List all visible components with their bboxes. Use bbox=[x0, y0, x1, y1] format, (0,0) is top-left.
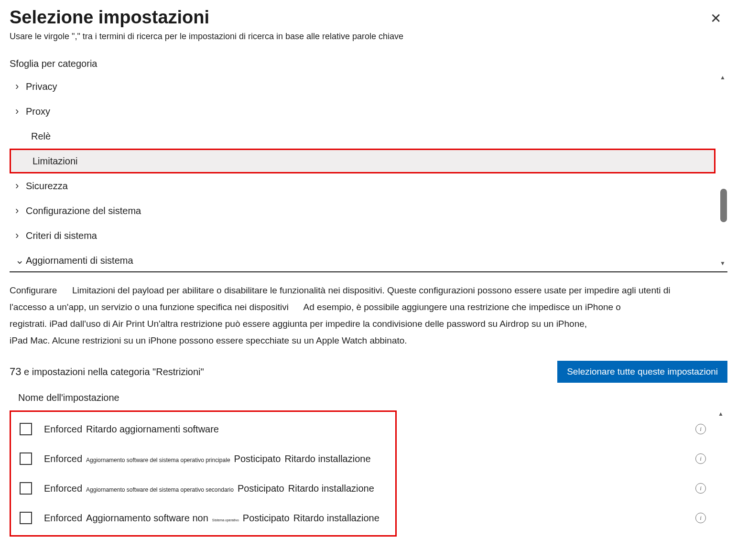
info-icon[interactable]: i bbox=[695, 424, 706, 434]
category-item-relè[interactable]: Relè bbox=[10, 124, 715, 149]
select-all-button[interactable]: Selezionare tutte queste impostazioni bbox=[557, 361, 727, 383]
setting-checkbox[interactable] bbox=[20, 423, 32, 435]
info-icon[interactable]: i bbox=[695, 513, 706, 523]
category-item-criteri-di-sistema[interactable]: ›Criteri di sistema bbox=[10, 223, 715, 248]
category-label: Sicurezza bbox=[26, 181, 68, 192]
settings-count: 73 e impostazioni nella categoria "Restr… bbox=[10, 366, 204, 378]
setting-row: EnforcedAggiornamento software del siste… bbox=[11, 444, 395, 474]
category-description: Configurare Limitazioni del payload per … bbox=[10, 282, 727, 349]
setting-label: EnforcedAggiornamento software del siste… bbox=[44, 483, 374, 494]
scroll-thumb[interactable] bbox=[720, 189, 727, 222]
chevron-right-icon: › bbox=[15, 105, 26, 118]
category-label: Relè bbox=[31, 131, 51, 142]
chevron-right-icon: › bbox=[15, 80, 26, 93]
chevron-right-icon: › bbox=[15, 180, 26, 192]
category-label: Aggiornamenti di sistema bbox=[26, 255, 133, 266]
category-item-limitazioni[interactable]: Limitazioni bbox=[10, 149, 715, 173]
category-item-privacy[interactable]: ›Privacy bbox=[10, 74, 715, 99]
setting-row: EnforcedRitardo aggiornamenti softwarei bbox=[11, 414, 395, 444]
chevron-down-icon: ⌄ bbox=[15, 254, 26, 267]
setting-row: EnforcedAggiornamento software nonSistem… bbox=[11, 503, 395, 533]
browse-by-category-label: Sfoglia per categoria bbox=[10, 58, 727, 69]
chevron-right-icon: › bbox=[15, 205, 26, 217]
settings-scrollbar[interactable]: ▲ bbox=[718, 410, 727, 417]
setting-checkbox[interactable] bbox=[20, 482, 32, 495]
category-tree-panel: ›Privacy›ProxyRelèLimitazioni›Sicurezza›… bbox=[10, 74, 727, 272]
scroll-down-icon[interactable]: ▼ bbox=[720, 260, 726, 267]
category-label: Limitazioni bbox=[33, 156, 77, 167]
setting-label: EnforcedAggiornamento software del siste… bbox=[44, 453, 371, 464]
settings-list-highlighted: EnforcedRitardo aggiornamenti softwareiE… bbox=[10, 410, 397, 537]
category-item-aggiornamenti-di-sistema[interactable]: ⌄Aggiornamenti di sistema bbox=[10, 248, 715, 272]
info-icon[interactable]: i bbox=[695, 483, 706, 494]
info-icon[interactable]: i bbox=[695, 453, 706, 464]
category-scrollbar[interactable]: ▲ ▼ bbox=[718, 74, 727, 267]
category-label: Configurazione del sistema bbox=[26, 205, 141, 216]
category-label: Privacy bbox=[26, 81, 57, 92]
page-subtitle: Usare le virgole "," tra i termini di ri… bbox=[10, 32, 403, 42]
setting-checkbox[interactable] bbox=[20, 452, 32, 465]
setting-label: EnforcedAggiornamento software nonSistem… bbox=[44, 513, 379, 524]
setting-label: EnforcedRitardo aggiornamenti software bbox=[44, 424, 219, 435]
setting-name-column-header: Nome dell'impostazione bbox=[18, 392, 727, 403]
category-label: Criteri di sistema bbox=[26, 230, 97, 241]
category-label: Proxy bbox=[26, 106, 50, 117]
scroll-up-icon[interactable]: ▲ bbox=[720, 74, 726, 81]
setting-row: EnforcedAggiornamento software del siste… bbox=[11, 474, 395, 503]
page-title: Selezione impostazioni bbox=[10, 7, 403, 28]
scroll-up-icon[interactable]: ▲ bbox=[718, 410, 727, 417]
chevron-right-icon: › bbox=[15, 229, 26, 242]
category-item-proxy[interactable]: ›Proxy bbox=[10, 99, 715, 124]
category-item-sicurezza[interactable]: ›Sicurezza bbox=[10, 173, 715, 198]
close-icon[interactable]: ✕ bbox=[708, 10, 724, 28]
category-item-configurazione-del-sistema[interactable]: ›Configurazione del sistema bbox=[10, 198, 715, 223]
setting-checkbox[interactable] bbox=[20, 512, 32, 524]
